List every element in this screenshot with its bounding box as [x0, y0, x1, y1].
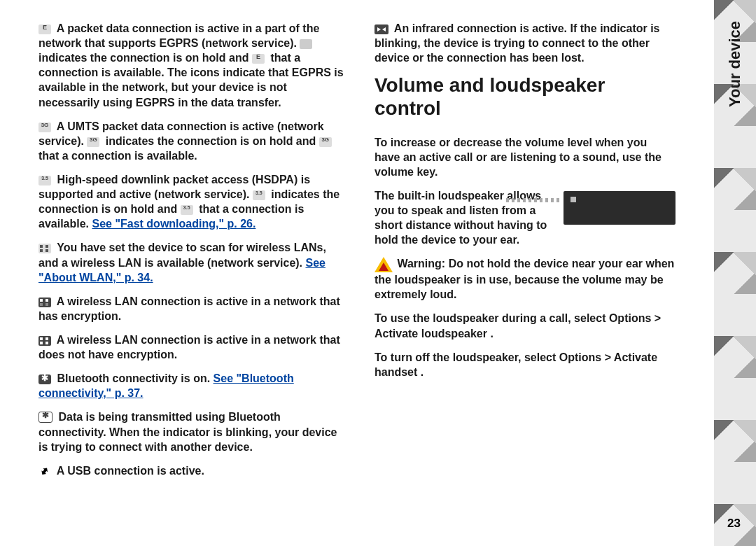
options-label: Options: [559, 351, 601, 363]
para-wlan-scan: You have set the device to scan for wire…: [38, 240, 346, 284]
hsdpa-avail-icon: [181, 205, 193, 215]
wlan-scan-icon: [38, 244, 51, 253]
text: To turn off the loudspeaker, select: [374, 351, 559, 363]
sep: >: [654, 312, 661, 324]
usb-icon: [38, 467, 51, 477]
hsdpa-active-icon: [38, 176, 51, 186]
manual-page: A packet data connection is active in a …: [0, 0, 756, 546]
para-hsdpa: High-speed downlink packet access (HSDPA…: [38, 172, 346, 231]
para-volume-key: To increase or decrease the volume level…: [374, 135, 676, 179]
text: that a connection is available.: [38, 150, 197, 162]
text: A packet data connection is active in a …: [38, 22, 319, 49]
infrared-icon: [374, 24, 388, 34]
text: To use the loudspeaker during a call, se…: [374, 312, 609, 324]
sep: >: [605, 351, 614, 363]
wlan-open-icon: [38, 336, 51, 346]
side-tab-label: Your device: [726, 21, 744, 107]
text: .: [421, 366, 424, 378]
para-infrared: An infrared connection is active. If the…: [374, 21, 676, 65]
warning-icon: [374, 257, 393, 272]
text: A wireless LAN connection is active in a…: [38, 295, 340, 322]
para-warning: Warning: Do not hold the device near you…: [374, 256, 676, 302]
egprs-active-icon: [38, 24, 51, 34]
text: .: [490, 328, 493, 340]
wlan-enc-icon: [38, 298, 51, 307]
bluetooth-icon: [38, 374, 51, 384]
content-area: A packet data connection is active in a …: [0, 0, 714, 546]
para-usb: A USB connection is active.: [38, 463, 346, 478]
bluetooth-data-icon: [38, 412, 52, 423]
para-bt: Bluetooth connectivity is on. See "Bluet…: [38, 371, 346, 400]
options-label: Options: [609, 312, 651, 324]
warning-label: Warning:: [397, 258, 448, 270]
text: A USB connection is active.: [57, 465, 204, 477]
activate-loudspeaker-label: Activate loudspeaker: [374, 328, 487, 340]
para-egprs: A packet data connection is active in a …: [38, 21, 346, 110]
para-bt-data: Data is being transmitted using Bluetoot…: [38, 410, 346, 454]
egprs-hold-icon: [300, 39, 312, 49]
left-column: A packet data connection is active in a …: [38, 21, 360, 532]
para-umts: A UMTS packet data connection is active …: [38, 119, 346, 163]
side-tab: Your device: [714, 0, 756, 546]
hsdpa-hold-icon: [253, 190, 265, 200]
text: Bluetooth connectivity is on.: [57, 372, 213, 384]
para-wlan-enc: A wireless LAN connection is active in a…: [38, 294, 346, 323]
text: You have set the device to scan for wire…: [38, 241, 326, 268]
text: Data is being transmitted using Bluetoot…: [38, 411, 337, 452]
text: indicates the connection is on hold and: [38, 52, 252, 64]
right-column: An infrared connection is active. If the…: [360, 21, 682, 532]
umts-active-icon: [38, 122, 51, 132]
para-loudspeaker: The built-in loudspeaker allows you to s…: [374, 188, 676, 247]
umts-hold-icon: [87, 137, 99, 147]
para-activate-handset: To turn off the loudspeaker, select Opti…: [374, 350, 676, 379]
page-number: 23: [727, 517, 741, 531]
text: An infrared connection is active. If the…: [374, 22, 660, 64]
text: High-speed downlink packet access (HSDPA…: [38, 174, 310, 200]
para-activate-loudspeaker: To use the loudspeaker during a call, se…: [374, 311, 676, 340]
para-wlan-open: A wireless LAN connection is active in a…: [38, 332, 346, 362]
text: indicates the connection is on hold and: [106, 135, 319, 147]
heading-volume: Volume and loudspeaker control: [374, 74, 676, 119]
volume-figure: [564, 191, 676, 225]
link-fast-downloading[interactable]: See "Fast downloading," p. 26.: [92, 218, 256, 230]
text: A wireless LAN connection is active in a…: [38, 334, 340, 360]
umts-avail-icon: [319, 137, 332, 147]
egprs-avail-icon: [252, 54, 265, 64]
